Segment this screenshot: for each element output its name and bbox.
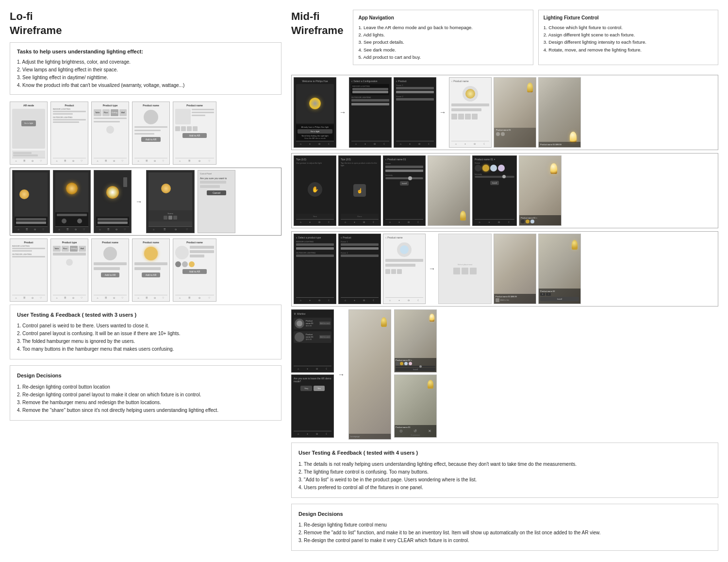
midfi-tips-1: Tips (1/2) Use gesture to adjust the lig… <box>294 155 336 226</box>
midfi-room-glow-r3: Product name 02 B I Install <box>538 234 581 304</box>
midfi-room-1: Product name 01 <box>494 77 536 148</box>
midfi-product-name-light-r3: ‹ Product name ⌂+⊙☾ <box>383 234 426 304</box>
nav-item-5: 5. Add product to cart and buy. <box>358 53 528 61</box>
midfi-header: Mid-fi Wireframe App Navigation 1. Leave… <box>291 10 718 70</box>
midfi-product-name-dark: ‹ Product name 01 Scene Intensity Instal… <box>383 155 426 226</box>
midfi-product-row3: ‹ Product Scene 1 Scene 2 ⌂+⊙☾ <box>338 234 381 304</box>
midfi-row3: ‹ Select a product type INDOOR LIGHTING … <box>291 231 718 307</box>
lofi-dark-1: ⌂☰⊙♡ <box>12 170 50 233</box>
lofi-screen-r3-5: Product name Add to AR <box>173 238 216 302</box>
lofi-title: Lo-fi Wireframe <box>10 10 281 37</box>
task-2: 2. View lamps and lighting effect in the… <box>17 66 274 74</box>
info-boxes: App Navigation 1. Leave the AR demo mode… <box>353 10 718 65</box>
task-4: 4. Know the product info that can't be v… <box>17 82 274 89</box>
nav-item-1: 1. Leave the AR demo mode and go back to… <box>358 24 528 31</box>
task-3: 3. See lighting effect in daytime/ night… <box>17 74 274 82</box>
midfi-design-1: 1. Re-design lighting fixture control me… <box>298 521 711 529</box>
nav-info-title: App Navigation <box>358 14 528 22</box>
lofi-row1: AR mode Go to light ⌂☰⊙♡ Product INDOOR … <box>10 102 281 165</box>
midfi-room-2: Product name 01 $99.99 <box>538 77 581 148</box>
lofi-row2-box: ⌂☰⊙♡ ⌂☰⊙♡ <box>10 168 281 236</box>
midfi-design-3: 3. Re-design the control panel to make i… <box>298 537 711 545</box>
lofi-feedback-4: 4. Too many buttons in the hamburger men… <box>17 345 274 353</box>
tasks-title: Tasks to help users understanding lighti… <box>17 48 274 56</box>
midfi-room-golden: Product name 01 × <box>519 155 562 226</box>
lofi-screen-3: Product type Table Floor Ceiling Wall ⌂☰… <box>91 102 129 165</box>
lofi-screen-r3-2: Product type Table Floor Ceiling Wall ⌂☰… <box>50 238 88 302</box>
nav-info-box: App Navigation 1. Leave the AR demo mode… <box>353 10 533 65</box>
midfi-arrow-2: → <box>438 108 447 116</box>
midfi-feedback-2: 2. The lighting fixture control is confu… <box>298 468 711 476</box>
nav-item-4: 4. See dark mode. <box>358 46 528 53</box>
midfi-arrow-3: → <box>428 265 436 272</box>
midfi-room-product-r3: Product name 01 $99.99 Add to list <box>494 234 536 304</box>
midfi-design-2: 2. Remove the "add to list" function, an… <box>298 529 711 537</box>
lofi-design-1: 1. Re-design lighting control button loc… <box>17 383 274 391</box>
fixture-info-box: Lighting Fixture Control 1. Choose which… <box>538 10 718 65</box>
midfi-feedback-title: User Testing & Feedback ( tested with 4 … <box>298 449 711 458</box>
midfi-wishlist-1: ∨ Wishlist Product name 01 $99.99 Add <box>291 309 334 373</box>
lofi-screen-r3-3: Product name Add to AR ⌂☰⊙♡ <box>91 238 129 302</box>
lofi-screen-2: Product INDOOR LIGHTING OUTDOOR LIGHTING… <box>50 102 88 165</box>
lofi-design-2: 2. Re-design lighting control panel layo… <box>17 391 274 399</box>
midfi-room-lamp-1 <box>428 155 470 226</box>
midfi-feedback-3: 3. "Add to list" is weird to be in the p… <box>298 476 711 484</box>
left-column: Lo-fi Wireframe Tasks to help users unde… <box>10 10 281 557</box>
lofi-screen-4: Product name Add to AR ⌂☰⊙♡ <box>132 102 170 165</box>
fixture-info-title: Lighting Fixture Control <box>544 14 713 22</box>
tasks-box: Tasks to help users understanding lighti… <box>10 42 281 95</box>
lofi-feedback-title: User Testing & Feedback ( tested with 3 … <box>17 311 274 320</box>
midfi-control-photo-1: Product name 02 × Install <box>394 309 437 373</box>
midfi-arrow-4: → <box>337 371 346 378</box>
midfi-control-photo-2: Product name 01 ⊙ ↺ ✕ Customize <box>394 375 437 438</box>
fixture-item-3: 3. Design different lighting intensity t… <box>544 38 713 46</box>
lofi-row2: ⌂☰⊙♡ ⌂☰⊙♡ <box>12 170 279 233</box>
lofi-feedback-3: 3. The folded hamburger menu is ignored … <box>17 338 274 345</box>
midfi-feedback-box: User Testing & Feedback ( tested with 4 … <box>291 443 718 498</box>
midfi-tips-2: Tips (2/2) Tap the item in open product … <box>338 155 381 226</box>
lofi-dark-4: Scene ⌂☰⊙♡ <box>146 170 195 233</box>
midfi-row2: Tips (1/2) Use gesture to adjust the lig… <box>291 153 718 228</box>
lofi-screen-r3-1: Product INDOOR LIGHTING OUTDOOR LIGHTING… <box>10 238 48 302</box>
lofi-design-title: Design Decisions <box>17 372 274 380</box>
midfi-welcome: Welcome to Philips Hue Already have a Ph… <box>294 77 336 148</box>
task-1: 1. Adjust the lighting brightness, color… <box>17 58 274 66</box>
lofi-feedback-2: 2. Control panel layout is confusing. It… <box>17 330 274 338</box>
midfi-control-dark: Product name 01 × Scene Intensity Instal… <box>472 155 517 226</box>
midfi-room-placeholder: Select placement <box>438 234 492 304</box>
nav-item-3: 3. See product details. <box>358 38 528 46</box>
lofi-design-4: 4. Remove the "share" button since it's … <box>17 407 274 414</box>
midfi-feedback-4: 4. Users prefered to control all of the … <box>298 484 711 492</box>
midfi-title: Mid-fi Wireframe <box>291 10 343 37</box>
lofi-design-3: 3. Remove the hamburger menu and redesig… <box>17 399 274 407</box>
midfi-feedback-1: 1. The details is not really helping use… <box>298 460 711 468</box>
fixture-item-2: 2. Assign different light scene to each … <box>544 31 713 38</box>
midfi-select-product: ‹ Select a product type INDOOR LIGHTING … <box>294 234 336 304</box>
lofi-control: Control Panel Are you sure you want to C… <box>198 170 235 233</box>
nav-item-2: 2. Add lights. <box>358 31 528 38</box>
lofi-design-box: Design Decisions 1. Re-design lighting c… <box>10 365 281 421</box>
lofi-dark-3: ⌂☰⊙♡ <box>94 170 132 233</box>
right-column: Mid-fi Wireframe App Navigation 1. Leave… <box>291 10 718 557</box>
lofi-row3: Product INDOOR LIGHTING OUTDOOR LIGHTING… <box>10 238 281 302</box>
midfi-wishlist-col: ∨ Wishlist Product name 01 $99.99 Add <box>291 309 334 438</box>
fixture-item-4: 4. Rotate, move, and remove the lighting… <box>544 46 713 53</box>
midfi-product-light: ‹ Product name ⌂+⊙☾ <box>449 77 492 148</box>
midfi-row4: ∨ Wishlist Product name 01 $99.99 Add <box>291 309 718 440</box>
midfi-select-config: ‹ Select a Configuration INDOOR LIGHTING… <box>349 77 392 148</box>
lofi-screen-1: AR mode Go to light ⌂☰⊙♡ <box>10 102 48 165</box>
fixture-item-1: 1. Choose which light fixture to control… <box>544 24 713 31</box>
midfi-wishlist-2: Are you sure to leave the AR demo mode? … <box>291 375 334 438</box>
lofi-screen-5: Product name <box>173 102 216 165</box>
midfi-product-dark: ‹ Product Scene 1 Scene 2 ⌂+⊙☾ <box>394 77 436 148</box>
midfi-control-col: Product name 02 × Install <box>394 309 437 438</box>
lofi-dark-2: ⌂☰⊙♡ <box>53 170 91 233</box>
tasks-list: 1. Adjust the lighting brightness, color… <box>17 58 274 89</box>
midfi-row1: Welcome to Philips Hue Already have a Ph… <box>291 75 718 150</box>
midfi-design-title: Design Decisions <box>298 510 711 519</box>
midfi-design-box: Design Decisions 1. Re-design lighting f… <box>291 504 718 551</box>
arrow-1: → <box>134 198 143 205</box>
midfi-arrow-1: → <box>338 108 347 116</box>
midfi-room-wishlist: homepage <box>348 309 391 440</box>
lofi-screen-r3-4: Product name Add to AR ⌂☰⊙♡ <box>132 238 170 302</box>
